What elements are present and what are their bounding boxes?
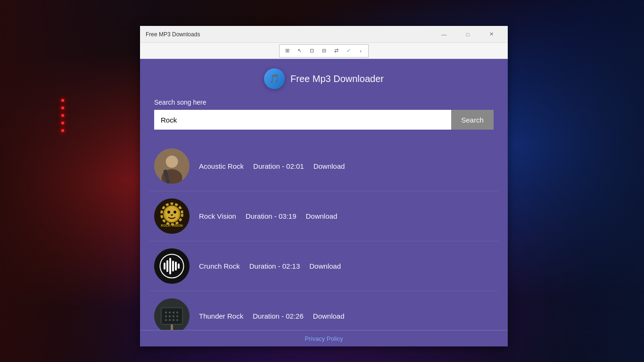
toolbar: ⊞ ↖ ⊡ ⊟ ⇄ ✓ ‹: [140, 43, 508, 59]
search-section: Search song here Search: [140, 94, 508, 137]
app-title: Free Mp3 Downloader: [290, 74, 384, 84]
song-info-1: Acoustic Rock Duration - 02:01 Download: [199, 162, 494, 170]
song-title-3: Crunch Rock: [199, 262, 240, 270]
svg-point-27: [173, 315, 174, 317]
right-decoration: [493, 0, 644, 362]
song-info-3: Crunch Rock Duration - 02:13 Download: [199, 262, 494, 270]
song-info-4: Thunder Rock Duration - 02:26 Download: [199, 312, 494, 320]
svg-point-28: [176, 315, 178, 317]
footer: Privacy Policy: [140, 330, 508, 346]
toolbar-btn-3[interactable]: ⊡: [306, 46, 317, 56]
app-logo-icon: 🎵: [269, 74, 280, 84]
download-link-1[interactable]: Download: [314, 162, 345, 170]
svg-rect-20: [161, 308, 182, 324]
svg-point-6: [165, 206, 179, 222]
song-thumbnail-1: [154, 148, 190, 184]
window-title: Free MP3 Downloads: [146, 31, 433, 38]
maximize-button[interactable]: □: [457, 27, 479, 41]
list-item: Acoustic Rock Duration - 02:01 Download: [149, 141, 498, 191]
svg-point-32: [176, 319, 178, 321]
song-title-4: Thunder Rock: [199, 312, 243, 320]
svg-point-1: [166, 156, 178, 168]
song-thumbnail-2: ROCK VISION: [154, 198, 190, 234]
search-button[interactable]: Search: [451, 110, 494, 130]
svg-point-11: [154, 248, 190, 284]
svg-point-31: [173, 319, 174, 321]
svg-point-7: [167, 211, 170, 214]
app-window: Free MP3 Downloads — □ ✕ ⊞ ↖ ⊡ ⊟ ⇄ ✓ ‹ 🎵…: [140, 26, 508, 346]
svg-point-29: [165, 319, 167, 321]
svg-point-25: [165, 315, 167, 317]
minimize-button[interactable]: —: [433, 27, 455, 41]
song-thumbnail-3: [154, 248, 190, 284]
list-item: Thunder Rock Duration - 02:26 Download: [149, 291, 498, 330]
svg-point-8: [173, 211, 176, 214]
privacy-policy-link[interactable]: Privacy Policy: [305, 335, 343, 342]
song-info-2: Rock Vision Duration - 03:19 Download: [199, 212, 494, 220]
left-decoration: [0, 0, 151, 362]
led-decoration: [61, 94, 64, 137]
download-link-2[interactable]: Download: [306, 212, 338, 220]
app-content: 🎵 Free Mp3 Downloader Search song here S…: [140, 59, 508, 346]
song-duration-4: Duration - 02:26: [253, 312, 304, 320]
svg-point-26: [169, 315, 171, 317]
list-item: Crunch Rock Duration - 02:13 Download: [149, 241, 498, 291]
svg-text:ROCK VISION: ROCK VISION: [161, 224, 182, 227]
toolbar-btn-4[interactable]: ⊟: [318, 46, 330, 56]
song-title-2: Rock Vision: [199, 212, 236, 220]
toolbar-btn-6[interactable]: ✓: [343, 46, 354, 56]
song-duration-1: Duration - 02:01: [253, 162, 304, 170]
toolbar-btn-5[interactable]: ⇄: [330, 46, 342, 56]
song-duration-2: Duration - 03:19: [246, 212, 297, 220]
download-link-4[interactable]: Download: [313, 312, 345, 320]
svg-rect-14: [166, 260, 168, 272]
svg-point-30: [169, 319, 171, 321]
song-duration-3: Duration - 02:13: [249, 262, 300, 270]
song-title-1: Acoustic Rock: [199, 162, 244, 170]
toolbar-btn-7[interactable]: ‹: [355, 46, 366, 56]
close-button[interactable]: ✕: [480, 27, 502, 41]
toolbar-group: ⊞ ↖ ⊡ ⊟ ⇄ ✓ ‹: [279, 44, 369, 58]
svg-point-23: [173, 312, 174, 313]
svg-rect-13: [164, 263, 165, 270]
app-logo: 🎵: [264, 68, 285, 89]
results-area[interactable]: Acoustic Rock Duration - 02:01 Download: [140, 137, 508, 330]
svg-point-21: [165, 312, 167, 313]
song-thumbnail-4: [154, 298, 190, 330]
svg-point-24: [176, 312, 178, 313]
title-bar: Free MP3 Downloads — □ ✕: [140, 26, 508, 43]
toolbar-btn-1[interactable]: ⊞: [281, 46, 293, 56]
search-input[interactable]: [154, 110, 451, 130]
window-controls: — □ ✕: [433, 27, 502, 41]
svg-point-22: [169, 312, 171, 313]
download-link-3[interactable]: Download: [309, 262, 341, 270]
svg-rect-15: [169, 258, 171, 274]
search-label: Search song here: [154, 99, 494, 106]
app-header: 🎵 Free Mp3 Downloader: [140, 59, 508, 94]
toolbar-btn-2[interactable]: ↖: [294, 46, 305, 56]
svg-rect-33: [171, 324, 173, 330]
list-item: ROCK VISION Rock Vision Duration - 03:19…: [149, 191, 498, 241]
svg-rect-18: [178, 263, 180, 269]
svg-rect-17: [175, 262, 177, 271]
svg-rect-16: [172, 261, 174, 272]
search-row: Search: [154, 110, 494, 130]
